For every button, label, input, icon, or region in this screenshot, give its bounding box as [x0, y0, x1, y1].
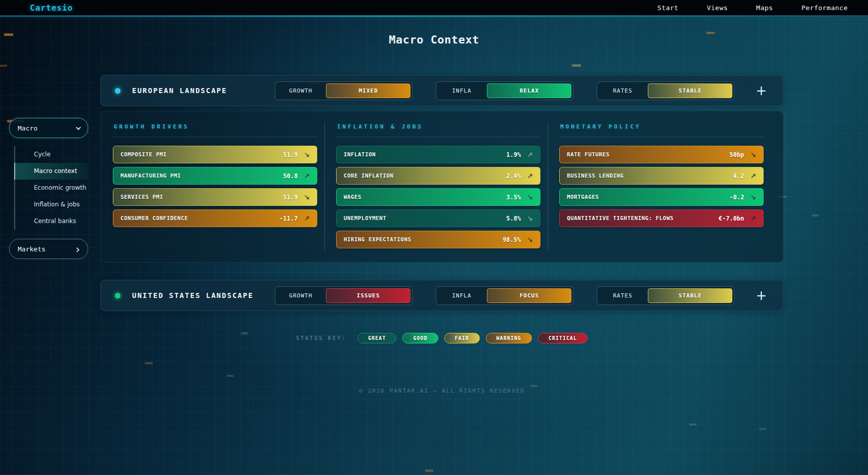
background-dash [0, 65, 7, 67]
badge-label: INFLA [436, 88, 487, 94]
metric-value: 4.2 [733, 172, 745, 180]
trend-down-icon: ↘ [304, 194, 310, 201]
badge-growth[interactable]: GROWTHMIXED [275, 81, 412, 100]
metrics-panel: GROWTH DRIVERSCOMPOSITE PMI51.9↘MANUFACT… [100, 111, 783, 263]
metric-services-pmi[interactable]: SERVICES PMI51.9↘ [113, 188, 317, 206]
metric-value: 51.9 [283, 151, 298, 158]
trend-up-icon: ↗ [527, 151, 533, 158]
badge-rates[interactable]: RATESSTABLE [597, 81, 734, 100]
column-divider [559, 137, 764, 137]
metric-label: SERVICES PMI [120, 194, 283, 200]
sidebar-macro-label: Macro [18, 124, 37, 132]
metric-value: -0.2 [729, 194, 744, 201]
status-key-items: GREATGOODFAIRWARNINGCRITICAL [357, 333, 588, 343]
panel-title: UNITED STATES LANDSCAPE [132, 291, 273, 299]
badge-label: RATES [597, 292, 648, 299]
metric-label: BUSINESS LENDING [567, 172, 733, 179]
sidebar-menu: CycleMacro contextEconomic growthInflati… [14, 146, 88, 230]
column-divider [113, 137, 317, 137]
trend-up-icon: ↗ [750, 172, 756, 180]
trend-down-icon: ↘ [527, 236, 533, 243]
nav-views[interactable]: Views [707, 4, 728, 12]
trend-down-icon: ↘ [527, 215, 533, 222]
metric-label: QUANTITATIVE TIGHTENING: FLOWS [567, 215, 719, 222]
panel-badges: GROWTHMIXEDINFLARELAXRATESSTABLE [275, 81, 734, 100]
metric-business-lending[interactable]: BUSINESS LENDING4.2↗ [559, 167, 764, 185]
metric-rate-futures[interactable]: RATE FUTURES50bp↘ [559, 146, 764, 163]
column-title: INFLATION & JOBS [337, 123, 541, 130]
panel-dot [115, 88, 120, 94]
app-root: Cartesio StartViewsMapsPerformance Macro… [0, 0, 868, 475]
column-growth-drivers: GROWTH DRIVERSCOMPOSITE PMI51.9↘MANUFACT… [113, 122, 324, 251]
badge-value: RELAX [487, 83, 571, 98]
footer-copyright: © 2026 PANTAR.AI — ALL RIGHTS RESERVED [100, 387, 783, 394]
add-button[interactable]: + [753, 84, 770, 97]
metric-label: MORTGAGES [567, 194, 729, 200]
brand-logo[interactable]: Cartesio [0, 3, 73, 13]
metric-composite-pmi[interactable]: COMPOSITE PMI51.9↘ [113, 146, 317, 163]
metric-value: 3.5% [506, 194, 521, 201]
metric-wages[interactable]: WAGES3.5%↘ [336, 188, 541, 206]
badge-rates[interactable]: RATESSTABLE [597, 286, 734, 305]
sidebar-item-inflation-jobs[interactable]: Inflation & jobs [14, 196, 88, 213]
sidebar-item-economic-growth[interactable]: Economic growth [14, 180, 88, 196]
badge-growth[interactable]: GROWTHISSUES [275, 286, 412, 305]
status-key-critical: CRITICAL [538, 333, 588, 343]
status-key: STATUS KEY: GREATGOODFAIRWARNINGCRITICAL [100, 333, 783, 343]
badge-infla[interactable]: INFLARELAX [436, 81, 573, 100]
status-key-good: GOOD [402, 333, 438, 343]
badge-infla[interactable]: INFLAFOCUS [436, 286, 573, 305]
metric-inflation[interactable]: INFLATION1.9%↗ [336, 146, 541, 163]
nav-start[interactable]: Start [657, 4, 679, 12]
sidebar-item-macro-context[interactable]: Macro context [14, 163, 88, 180]
metric-label: CORE INFLATION [344, 172, 506, 179]
accent-line [0, 15, 868, 17]
metric-label: WAGES [344, 194, 506, 200]
badge-value: ISSUES [326, 288, 410, 303]
status-key-warning: WARNING [486, 333, 532, 343]
sidebar-item-cycle[interactable]: Cycle [14, 146, 88, 163]
metric-mortgages[interactable]: MORTGAGES-0.2↘ [559, 188, 764, 206]
main-content: EUROPEAN LANDSCAPE GROWTHMIXEDINFLARELAX… [100, 0, 783, 475]
metric-label: MANUFACTURING PMI [120, 172, 283, 179]
metric-value: 98.5% [503, 236, 521, 243]
column-monetary-policy: MONETARY POLICYRATE FUTURES50bp↘BUSINESS… [548, 122, 771, 251]
panel-dot [115, 293, 120, 298]
metric-label: UNEMPLOYMENT [344, 215, 506, 222]
panel-united-states-landscape: UNITED STATES LANDSCAPE GROWTHISSUESINFL… [100, 280, 783, 311]
trend-down-icon: ↘ [527, 194, 533, 201]
metric-value: 50.8 [283, 172, 298, 180]
badge-label: GROWTH [275, 88, 326, 94]
metric-quantitative-tightening-flows[interactable]: QUANTITATIVE TIGHTENING: FLOWS€-7.0bn↗ [559, 209, 764, 227]
metric-value: 1.9% [506, 151, 521, 158]
sidebar-markets-button[interactable]: Markets [9, 239, 88, 259]
background-dash [812, 214, 819, 217]
nav-maps[interactable]: Maps [756, 4, 773, 12]
metric-label: COMPOSITE PMI [120, 151, 283, 158]
metric-manufacturing-pmi[interactable]: MANUFACTURING PMI50.8↗ [113, 167, 317, 185]
badge-label: GROWTH [275, 292, 326, 299]
metric-value: 2.4% [506, 172, 521, 180]
chevron-right-icon [74, 247, 79, 252]
add-button[interactable]: + [753, 289, 770, 302]
column-divider [336, 137, 541, 137]
status-key-fair: FAIR [444, 333, 480, 343]
trend-down-icon: ↘ [750, 194, 756, 201]
metric-value: -11.7 [279, 215, 298, 222]
metric-hiring-expectations[interactable]: HIRING EXPECTATIONS98.5%↘ [336, 231, 541, 248]
badge-label: RATES [597, 88, 648, 94]
metric-core-inflation[interactable]: CORE INFLATION2.4%↗ [336, 167, 541, 185]
panel-badges: GROWTHISSUESINFLAFOCUSRATESSTABLE [275, 286, 734, 305]
chevron-down-icon [76, 125, 81, 130]
sidebar: Macro CycleMacro contextEconomic growthI… [9, 118, 88, 259]
sidebar-item-central-banks[interactable]: Central banks [14, 213, 88, 230]
trend-up-icon: ↗ [527, 172, 533, 180]
metric-unemployment[interactable]: UNEMPLOYMENT5.8%↘ [336, 209, 541, 227]
nav-performance[interactable]: Performance [801, 4, 848, 12]
metric-consumer-confidence[interactable]: CONSUMER CONFIDENCE-11.7↗ [113, 209, 317, 227]
badge-value: MIXED [326, 83, 410, 98]
panel-title: EUROPEAN LANDSCAPE [132, 87, 273, 95]
status-key-great: GREAT [357, 333, 396, 343]
metric-value: €-7.0bn [719, 215, 745, 222]
sidebar-macro-button[interactable]: Macro [9, 118, 88, 138]
